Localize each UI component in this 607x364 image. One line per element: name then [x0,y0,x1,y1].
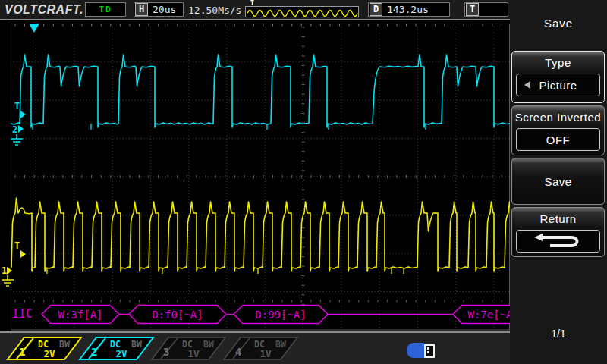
ch2-position-marker[interactable] [18,125,24,133]
timebase-value: 20us [148,4,181,15]
screen-inverted-label: Screen Inverted [512,111,604,124]
decode-frame-text: D:99[~A] [255,309,306,321]
usb-body [407,343,425,358]
trigger-status-text: TD [99,5,112,14]
usb-pin [427,351,429,353]
delay-badge: D 143.2us [368,2,450,17]
volts-per-div: 2V [43,348,55,359]
svg-text:2: 2 [12,124,17,135]
save-button-label: Save [512,175,604,188]
trigger-icon: T [466,3,479,16]
channel-1-clock-trace [11,198,511,274]
save-menu: Save Type Picture Screen Inverted OFF Sa… [510,0,607,364]
decode-bus-label: IIC [12,307,33,321]
type-value-box[interactable]: Picture [516,74,600,96]
channel-number: 1 [19,346,25,358]
volts-per-div: 2V [115,348,127,359]
return-arrow-icon [532,233,585,249]
screen-markers: TT21 [2,24,39,286]
i2c-decode-bus: IICW:3f[A]D:f0[~A]D:99[~A]W:7e[~A [12,306,513,324]
sample-rate-readout: 12.50Ms/s [188,5,241,16]
scope-screen: IICW:3f[A]D:f0[~A]D:99[~A]W:7e[~ATT21 [0,20,510,331]
top-status-bar: VOLTCRAFT. TD H 20us 12.50Ms/s T D 143.2… [0,0,510,20]
decode-frame-text: W:7e[~A [467,309,513,321]
volts-per-div: 1V [259,348,272,359]
svg-text:T: T [14,240,20,251]
screen-inverted-value: OFF [546,133,571,146]
trigger-position-preview: T [245,6,359,17]
brand-logo: VOLTCRAFT. [5,3,83,17]
usb-plug [424,344,435,358]
usb-drive-icon [407,343,436,358]
menu-title: Save [510,17,607,30]
waveform-display: IICW:3f[A]D:f0[~A]D:99[~A]W:7e[~ATT21 [0,20,513,331]
svg-text:T: T [14,101,20,111]
channel-badge-1[interactable]: 1DCBW2V [6,337,83,361]
channel-badge-4[interactable]: 4DCBW1V [222,337,300,361]
type-value: Picture [539,79,577,92]
decode-frame-text: D:f0[~A] [152,309,203,321]
trigger-status-badge: TD [85,2,126,17]
bandwidth-label: BW [131,339,142,350]
preview-trigger-marker: T [250,0,254,7]
return-button[interactable] [516,230,600,253]
h-icon: H [135,3,148,16]
graticule [11,24,510,330]
channel-status-bar: 1DCBW2V2DCBW2V3DCBW1V4DCBW1V [0,331,510,364]
channel-number: 2 [91,346,97,358]
channel-badge-3[interactable]: 3DCBW1V [150,337,228,361]
trigger-position-marker[interactable] [29,24,39,33]
ch2-trigger-level-marker[interactable] [20,111,26,118]
volts-per-div: 1V [187,348,200,359]
svg-text:1: 1 [2,265,7,276]
channel-badge-2[interactable]: 2DCBW2V [78,337,156,361]
menu-page-indicator: 1/1 [510,328,607,340]
preview-waveform-icon [246,8,358,18]
screen-inverted-value-box[interactable]: OFF [516,128,600,151]
menu-sections: Type Picture Screen Inverted OFF Save Re… [511,51,605,257]
channel-number: 4 [235,346,241,358]
trigger-level-badge: T [464,2,508,17]
ch1-trigger-level-marker[interactable] [20,250,26,258]
channel-2-data-trace [11,55,510,130]
channel-number: 3 [163,346,169,358]
bandwidth-label: BW [275,339,286,350]
bandwidth-label: BW [59,339,70,350]
return-label: Return [512,212,604,225]
menu-section-screen-inverted[interactable]: Screen Inverted OFF [511,105,605,155]
horizontal-scale-badge: H 20us [134,2,184,17]
usb-pin [427,347,429,350]
menu-section-return[interactable]: Return [511,207,605,257]
menu-section-type[interactable]: Type Picture [511,51,605,103]
bandwidth-label: BW [203,339,214,350]
menu-section-save[interactable]: Save [511,158,605,205]
left-arrow-icon [524,81,530,89]
decode-frame-text: W:3f[A] [58,309,102,321]
oscilloscope-ui: VOLTCRAFT. TD H 20us 12.50Ms/s T D 143.2… [0,0,607,364]
delay-icon: D [370,3,382,16]
type-label: Type [512,56,604,69]
delay-value: 143.2us [382,4,433,15]
